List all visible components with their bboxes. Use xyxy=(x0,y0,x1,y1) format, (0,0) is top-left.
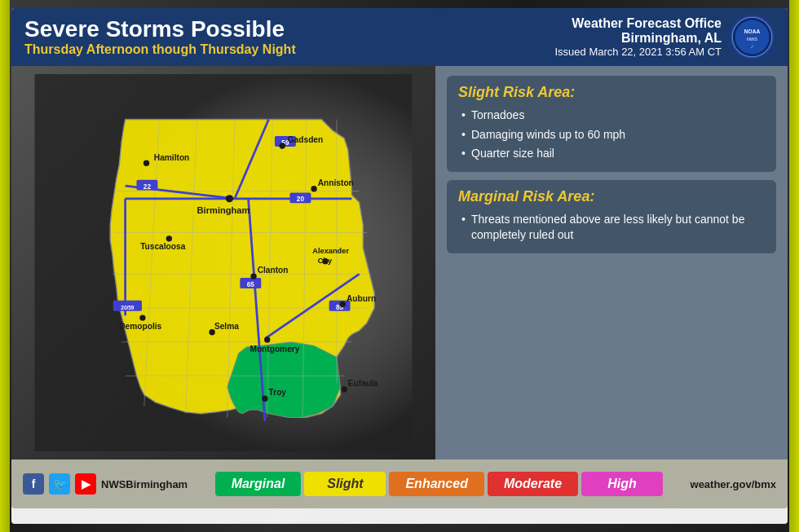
right-border xyxy=(789,0,799,532)
svg-text:Auburn: Auburn xyxy=(347,294,376,303)
header-subtitle: Thursday Afternoon though Thursday Night xyxy=(24,42,296,57)
marginal-risk-box: Marginal Risk Area: Threats mentioned ab… xyxy=(447,180,776,253)
svg-text:Birmingham: Birmingham xyxy=(197,205,250,215)
svg-point-40 xyxy=(143,160,149,166)
svg-text:Anniston: Anniston xyxy=(318,178,354,187)
slight-risk-item-3: Quarter size hail xyxy=(458,144,765,164)
info-panel: Slight Risk Area: Tornadoes Damaging win… xyxy=(435,66,788,459)
svg-text:NOAA: NOAA xyxy=(744,29,761,34)
svg-text:Clanton: Clanton xyxy=(258,266,289,275)
svg-point-46 xyxy=(226,195,233,202)
main-container: Severe Storms Possible Thursday Afternoo… xyxy=(0,0,799,532)
body: 22 59 20 65 20/59 xyxy=(11,66,788,459)
svg-point-57 xyxy=(139,314,145,320)
svg-text:Selma: Selma xyxy=(214,322,239,331)
svg-text:City: City xyxy=(318,257,333,265)
svg-point-65 xyxy=(341,386,347,392)
header: Severe Storms Possible Thursday Afternoo… xyxy=(11,8,788,66)
map-area: 22 59 20 65 20/59 xyxy=(11,66,435,459)
social-handle: NWSBirmingham xyxy=(101,478,188,490)
social-area: f 🐦 ▶ NWSBirmingham xyxy=(23,473,188,495)
svg-text:20: 20 xyxy=(297,195,305,203)
content-area: Severe Storms Possible Thursday Afternoo… xyxy=(11,8,788,524)
svg-text:Eufaula: Eufaula xyxy=(348,379,378,388)
svg-text:22: 22 xyxy=(143,182,152,191)
page-title: Severe Storms Possible xyxy=(24,17,296,42)
marginal-risk-list: Threats mentioned above are less likely … xyxy=(458,210,765,245)
facebook-icon[interactable]: f xyxy=(23,473,44,495)
svg-point-53 xyxy=(250,273,256,279)
slight-risk-item-2: Damaging winds up to 60 mph xyxy=(458,125,765,145)
svg-text:Montgomery: Montgomery xyxy=(249,345,299,354)
slight-risk-item-1: Tornadoes xyxy=(458,106,765,125)
svg-text:Troy: Troy xyxy=(269,388,287,397)
legend-moderate: Moderate xyxy=(488,472,578,496)
svg-text:65: 65 xyxy=(247,280,255,288)
svg-text:⛈: ⛈ xyxy=(751,45,754,49)
svg-point-61 xyxy=(264,336,270,342)
left-border xyxy=(0,0,10,532)
header-right: Weather Forecast Office Birmingham, AL I… xyxy=(555,16,722,58)
svg-point-44 xyxy=(311,186,316,191)
svg-point-55 xyxy=(340,301,346,307)
slight-risk-list: Tornadoes Damaging winds up to 60 mph Qu… xyxy=(458,106,765,164)
header-left: Severe Storms Possible Thursday Afternoo… xyxy=(24,17,296,57)
svg-text:Demopolis: Demopolis xyxy=(119,322,161,331)
svg-point-42 xyxy=(280,143,285,148)
legend-slight: Slight xyxy=(304,472,386,496)
svg-text:Tuscaloosa: Tuscaloosa xyxy=(140,242,186,251)
svg-text:Alexander: Alexander xyxy=(312,247,349,255)
footer: f 🐦 ▶ NWSBirmingham Marginal Slight Enha… xyxy=(11,459,788,508)
alabama-map: 22 59 20 65 20/59 xyxy=(20,74,427,451)
svg-point-63 xyxy=(262,395,267,401)
legend-items: Marginal Slight Enhanced Moderate High xyxy=(201,472,677,496)
svg-text:NWS: NWS xyxy=(747,37,757,42)
legend-high: High xyxy=(581,472,663,496)
svg-text:Gadsden: Gadsden xyxy=(288,135,324,144)
slight-risk-title: Slight Risk Area: xyxy=(458,84,765,101)
marginal-risk-item-1: Threats mentioned above are less likely … xyxy=(458,210,765,245)
slight-risk-box: Slight Risk Area: Tornadoes Damaging win… xyxy=(447,76,776,172)
legend-marginal: Marginal xyxy=(215,472,302,496)
office-name: Weather Forecast Office Birmingham, AL xyxy=(572,16,722,46)
svg-text:Hamilton: Hamilton xyxy=(154,153,190,162)
header-right-inner: Weather Forecast Office Birmingham, AL I… xyxy=(555,15,775,59)
svg-point-48 xyxy=(166,235,172,241)
youtube-icon[interactable]: ▶ xyxy=(75,473,96,495)
legend-enhanced: Enhanced xyxy=(389,472,483,496)
twitter-icon[interactable]: 🐦 xyxy=(49,473,70,495)
nws-logo: NOAA NWS ⛈ xyxy=(730,15,775,59)
website-label: weather.gov/bmx xyxy=(691,478,776,490)
svg-text:20/59: 20/59 xyxy=(121,305,135,310)
issued-time: Issued March 22, 2021 3:56 AM CT xyxy=(555,46,722,58)
marginal-risk-title: Marginal Risk Area: xyxy=(458,188,765,205)
